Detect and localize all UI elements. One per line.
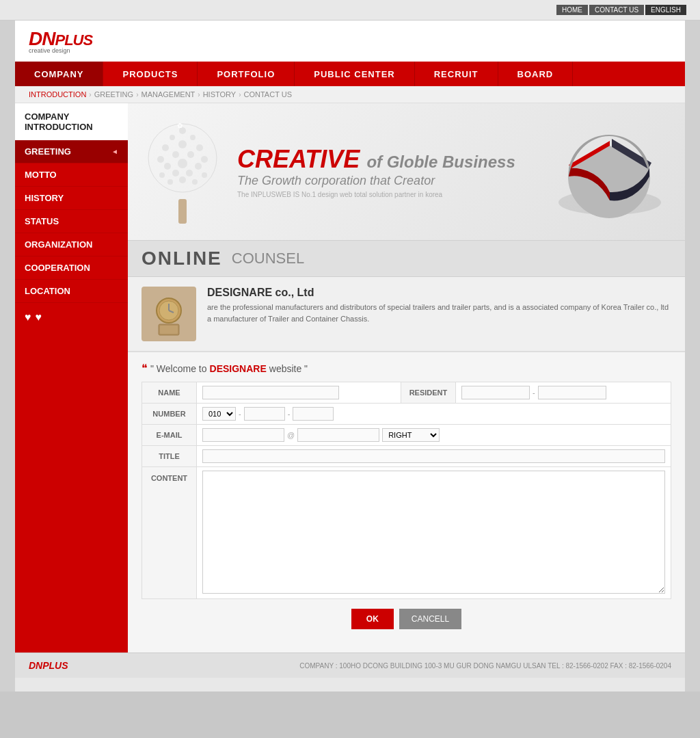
cancel-button[interactable]: CANCELL — [399, 609, 461, 629]
email-domain-input[interactable] — [297, 428, 379, 442]
sidebar-item-motto[interactable]: MOTTO — [15, 163, 128, 187]
title-input[interactable] — [202, 449, 665, 463]
content-row: CONTENT — [142, 467, 671, 599]
form-section: ❝ " Welcome to DESIGNARE website " NAME — [128, 352, 685, 653]
svg-point-8 — [157, 156, 164, 163]
content-cell — [197, 467, 671, 599]
svg-point-3 — [170, 135, 175, 140]
svg-point-17 — [186, 170, 193, 176]
logo-tagline: creative design — [29, 47, 92, 54]
company-name: DESIGNARE co., Ltd — [207, 287, 314, 298]
nav-item-public-center[interactable]: PUBLIC CENTER — [295, 62, 414, 86]
breadcrumb-introduction[interactable]: INTRODUCTION — [29, 90, 86, 98]
company-info-section: DESIGNARE co., Ltd are the professional … — [128, 277, 685, 352]
nav-item-products[interactable]: PRODUCTS — [103, 62, 198, 86]
company-body-text: are the professional manufacturers and d… — [207, 302, 671, 324]
breadcrumb-management[interactable]: MANAGEMENT — [141, 90, 195, 98]
sidebar-bottom: ♥ ♥ — [15, 303, 128, 332]
svg-point-10 — [187, 151, 194, 158]
sidebar-item-cooperation[interactable]: COOPERATION — [15, 256, 128, 280]
number-area-select[interactable]: 010 011 016 017 019 — [202, 407, 236, 421]
email-user-input[interactable] — [202, 428, 284, 442]
nav-item-recruit[interactable]: RECRUIT — [415, 62, 498, 86]
contact-form: NAME RESIDENT - — [142, 382, 671, 599]
online-counsel-section: ONLINE COUNSEL — [128, 240, 685, 277]
number-label: NUMBER — [142, 404, 197, 425]
footer-logo: DNPLUS — [29, 660, 68, 671]
svg-point-5 — [162, 144, 169, 151]
svg-point-13 — [178, 159, 187, 168]
breadcrumb-greeting[interactable]: GREETING — [94, 90, 133, 98]
content-textarea[interactable] — [202, 471, 665, 594]
resident-input-1[interactable] — [461, 386, 530, 399]
company-desc: DESIGNARE co., Ltd are the professional … — [207, 287, 671, 324]
svg-rect-29 — [160, 326, 178, 334]
title-row: TITLE — [142, 446, 671, 467]
hero-subtitle: The Growth corporation that Creator — [237, 174, 535, 188]
svg-point-20 — [179, 176, 186, 183]
heart-icon-2: ♥ — [36, 311, 42, 324]
email-label: E-MAIL — [142, 425, 197, 446]
main-panel: ✿ CREATIVE of Globle Business The Growth… — [128, 103, 685, 653]
sidebar-item-history[interactable]: HISTORY — [15, 187, 128, 210]
svg-point-14 — [195, 163, 202, 170]
contact-us-button[interactable]: CONTACT US — [589, 5, 644, 15]
title-label: TITLE — [142, 446, 197, 467]
email-cell: @ RIGHT gmail.com yahoo.com naver.com — [197, 425, 671, 446]
nav-item-board[interactable]: BOARD — [498, 62, 574, 86]
svg-rect-0 — [178, 199, 187, 224]
content-area: COMPANY INTRODUCTION GREETING ◄ MOTTO HI… — [15, 103, 685, 653]
email-right-select[interactable]: RIGHT gmail.com yahoo.com naver.com — [382, 428, 440, 442]
footer: DNPLUS COMPANY : 100HO DCONG BUILDING 10… — [15, 653, 685, 678]
online-label: ONLINE — [142, 248, 222, 269]
hero-text: CREATIVE of Globle Business The Growth c… — [224, 145, 548, 198]
svg-point-18 — [202, 172, 207, 178]
svg-point-6 — [178, 140, 187, 148]
svg-point-11 — [201, 156, 208, 163]
number-middle-input[interactable] — [244, 407, 285, 421]
nav-item-portfolio[interactable]: PORTFOLIO — [198, 62, 295, 86]
svg-point-4 — [190, 135, 196, 140]
pie-chart — [548, 124, 671, 220]
number-last-input[interactable] — [293, 407, 334, 421]
ok-button[interactable]: OK — [351, 609, 394, 629]
tree-decoration: ✿ — [142, 117, 224, 226]
home-button[interactable]: HOME — [556, 5, 588, 15]
svg-point-19 — [167, 179, 173, 185]
svg-point-12 — [164, 163, 171, 170]
name-row: NAME RESIDENT - — [142, 382, 671, 404]
title-cell — [197, 446, 671, 467]
resident-label: RESIDENT — [401, 382, 455, 404]
footer-info: COMPANY : 100HO DCONG BUILDING 100-3 MU … — [299, 662, 671, 670]
resident-cell: - — [455, 382, 671, 404]
nav-item-company[interactable]: COMPANY — [15, 62, 103, 86]
hero-desc: The INPLUSWEB IS No.1 design web total s… — [237, 191, 535, 198]
name-input[interactable] — [202, 386, 339, 399]
svg-point-15 — [159, 172, 165, 178]
svg-point-16 — [172, 170, 179, 176]
name-cell — [197, 382, 401, 404]
sidebar-item-location[interactable]: LOCATION — [15, 280, 128, 303]
hero-title: CREATIVE of Globle Business — [237, 145, 535, 174]
sidebar: COMPANY INTRODUCTION GREETING ◄ MOTTO HI… — [15, 103, 128, 653]
sidebar-item-organization[interactable]: ORGANIZATION — [15, 233, 128, 256]
logo-area: DNPLUS creative design — [15, 21, 685, 62]
svg-point-7 — [196, 144, 203, 151]
company-image — [142, 287, 196, 341]
number-cell: 010 011 016 017 019 - - — [197, 404, 671, 425]
counsel-label: COUNSEL — [232, 250, 304, 267]
quote-icon: ❝ — [142, 362, 148, 375]
email-row: E-MAIL @ RIGHT gmail.com yahoo.co — [142, 425, 671, 446]
resident-input-2[interactable] — [538, 386, 606, 399]
heart-icon-1: ♥ — [25, 311, 31, 324]
breadcrumb-history[interactable]: HISTORY — [203, 90, 237, 98]
breadcrumb-contact-us[interactable]: CONTACT US — [244, 90, 293, 98]
english-button[interactable]: ENGLISH — [645, 5, 686, 15]
sidebar-item-status[interactable]: STATUS — [15, 210, 128, 233]
number-row: NUMBER 010 011 016 017 019 — [142, 404, 671, 425]
nav-bar: COMPANY PRODUCTS PORTFOLIO PUBLIC CENTER… — [15, 62, 685, 86]
svg-point-9 — [172, 151, 179, 158]
sidebar-title: COMPANY INTRODUCTION — [15, 103, 128, 140]
svg-text:✿: ✿ — [177, 122, 183, 129]
sidebar-item-greeting[interactable]: GREETING ◄ — [15, 140, 128, 163]
